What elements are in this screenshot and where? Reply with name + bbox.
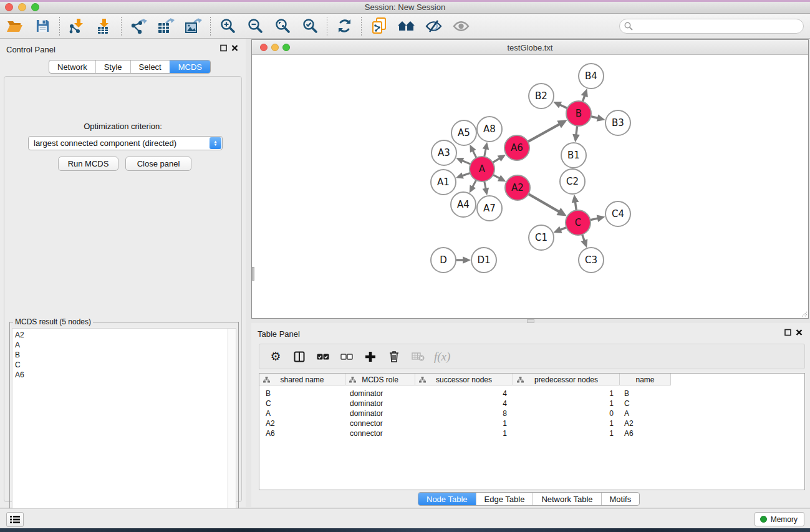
import-network-button[interactable] [63,16,90,37]
tab-edge-table[interactable]: Edge Table [476,493,533,505]
table-cell[interactable]: 1 [513,428,614,438]
table-cell[interactable]: 1 [415,418,507,428]
search-input[interactable] [619,19,804,34]
table-panel-tabs: Node TableEdge TableNetwork TableMotifs [418,492,640,506]
graph-node-label: A2 [511,182,524,193]
open-session-button[interactable] [1,16,29,37]
table-cell[interactable]: connector [350,418,412,428]
column-header-name[interactable]: name [620,374,671,385]
delete-table-button[interactable] [410,348,425,365]
export-image-button[interactable] [180,16,207,37]
close-panel-button[interactable]: Close panel [125,157,191,171]
table-cell[interactable]: B [266,389,344,399]
show-graphics-button[interactable] [447,16,475,37]
deselect-all-button[interactable] [339,348,354,365]
duplicate-network-button[interactable] [365,16,392,37]
close-panel-icon[interactable] [796,329,803,336]
table-panel-title: Table Panel [258,329,300,339]
table-cell[interactable]: A2 [624,418,668,428]
column-header-predecessor-nodes[interactable]: predecessor nodes [513,374,620,385]
table-cell[interactable]: dominator [350,409,412,418]
table-cell[interactable]: C [624,399,668,409]
zoom-in-button[interactable] [214,16,241,37]
column-header-successor-nodes[interactable]: successor nodes [415,374,513,385]
result-list-scrollbar[interactable] [228,328,236,531]
mcds-result-list[interactable]: A2ABCA6 [12,328,228,531]
tab-network[interactable]: Network [49,60,95,73]
tab-style[interactable]: Style [95,60,130,73]
checked-boxes-icon [317,354,329,360]
table-cell[interactable]: 1 [415,428,507,438]
table-cell[interactable]: 4 [415,399,507,409]
table-cell[interactable]: A2 [266,418,344,428]
mcds-result-item[interactable]: A [15,340,228,350]
import-table-button[interactable] [90,16,118,37]
column-header-MCDS-role[interactable]: MCDS role [345,374,415,385]
home-button[interactable] [392,16,420,37]
tab-select[interactable]: Select [130,60,170,73]
table-cell[interactable]: A6 [266,428,344,438]
tab-node-table[interactable]: Node Table [418,493,476,505]
table-cell[interactable]: 1 [513,399,614,409]
table-cell[interactable]: 0 [513,409,614,418]
tab-motifs[interactable]: Motifs [601,493,640,505]
table-settings-button[interactable]: ⚙ [268,348,283,365]
column-type-icon [419,377,426,383]
column-header-shared-name[interactable]: shared name [259,374,345,385]
memory-button[interactable]: Memory [755,512,804,526]
select-all-button[interactable] [316,348,330,365]
mcds-result-item[interactable]: B [15,350,228,360]
float-panel-icon[interactable] [220,44,227,52]
mcds-result-item[interactable]: A2 [15,330,228,340]
graph-edge-A6-B[interactable] [527,124,560,143]
float-panel-icon[interactable] [784,329,791,336]
optimization-criterion-label: Optimization criterion: [4,122,241,131]
control-panel: Control Panel NetworkStyleSelectMCDS Opt… [0,39,246,507]
table-cell[interactable]: dominator [350,399,412,409]
canvas-vertical-scrollbar-thumb[interactable] [252,267,254,281]
run-mcds-button[interactable]: Run MCDS [58,157,118,171]
table-cell[interactable]: 8 [415,409,507,418]
table-cell[interactable]: A [624,409,668,418]
delete-columns-button[interactable] [387,348,402,365]
toggle-columns-button[interactable] [292,348,307,365]
close-panel-icon[interactable] [231,44,238,52]
column-type-icon [517,377,524,383]
table-cell[interactable]: connector [350,428,412,438]
trash-icon [389,351,399,362]
table-cell[interactable]: 4 [415,389,507,399]
zoom-selected-button[interactable] [296,16,324,37]
eye-icon [453,19,470,33]
export-table-icon [157,18,175,34]
task-history-button[interactable] [6,512,24,527]
table-cell[interactable]: B [624,389,668,399]
add-column-button[interactable] [363,348,378,365]
network-window-titlebar: testGlobe.txt [252,40,808,55]
function-builder-button[interactable]: f(x) [434,348,450,365]
export-network-button[interactable] [125,16,152,37]
mcds-result-item[interactable]: C [15,360,228,370]
optimization-criterion-select[interactable]: largest connected component (directed) ▲… [28,136,223,150]
toolbar-separator [327,17,327,36]
table-cell[interactable]: dominator [350,389,412,399]
import-network-icon [69,18,85,34]
refresh-network-button[interactable] [330,16,358,37]
hide-graphics-button[interactable] [420,16,447,37]
table-cell[interactable]: 1 [513,389,614,399]
mcds-result-item[interactable]: A6 [15,370,228,380]
save-session-button[interactable] [29,16,56,37]
table-cell[interactable]: C [266,399,344,409]
tab-network-table[interactable]: Network Table [533,493,600,505]
zoom-fit-button[interactable] [269,16,296,37]
tab-mcds[interactable]: MCDS [170,60,210,73]
resize-grip-icon[interactable] [800,310,808,317]
table-cell[interactable]: 1 [513,418,614,428]
node-table[interactable]: shared nameMCDS rolesuccessor nodesprede… [259,373,805,490]
zoom-out-button[interactable] [241,16,269,37]
network-canvas[interactable]: AA1A2A3A4A5A6A7A8BB1B2B3B4CC1C2C3C4DD1 [252,55,808,318]
table-cell[interactable]: A6 [624,428,668,438]
network-graph[interactable]: AA1A2A3A4A5A6A7A8BB1B2B3B4CC1C2C3C4DD1 [252,55,808,318]
table-cell[interactable]: A [266,409,344,418]
export-table-button[interactable] [152,16,180,37]
graph-edge-A2-C[interactable] [528,193,560,212]
